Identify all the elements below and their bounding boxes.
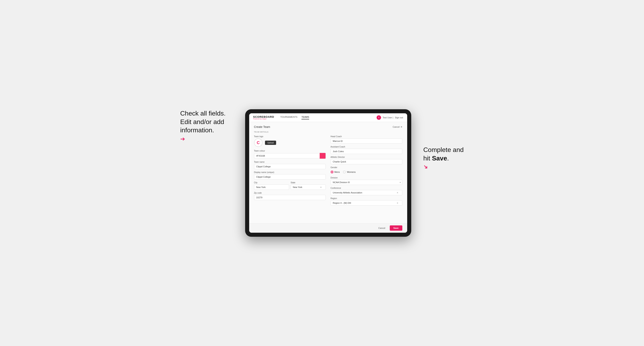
division-group: Division NCAA Division III bbox=[330, 177, 402, 185]
division-select-wrapper: NCAA Division III bbox=[330, 180, 402, 185]
color-swatch[interactable] bbox=[320, 153, 326, 159]
region-clear-button[interactable]: ✕ bbox=[396, 201, 399, 204]
form-left-col: Team logo C Upload Team colour bbox=[254, 135, 326, 205]
head-coach-label: Head Coach bbox=[330, 135, 402, 138]
section-label: TEAM DETAILS bbox=[254, 131, 402, 133]
tablet-screen: SCOREBOARD Powered by clippd TOURNAMENTS… bbox=[249, 113, 407, 233]
state-select-wrapper: New York ✕ bbox=[291, 184, 326, 190]
conference-select[interactable]: University Athletic Association bbox=[330, 190, 402, 195]
display-name-input[interactable] bbox=[254, 174, 326, 179]
city-state-group: City State New York ✕ bbox=[254, 181, 326, 190]
display-name-label: Display name (unique) bbox=[254, 171, 326, 173]
radio-mens-dot bbox=[330, 171, 334, 173]
gender-womens-option[interactable]: Womens bbox=[343, 171, 356, 173]
division-select[interactable]: NCAA Division III bbox=[330, 180, 402, 185]
gender-mens-label: Mens bbox=[334, 171, 340, 173]
instruction-left: Check all fields. Edit and/or add inform… bbox=[180, 109, 233, 135]
sign-out-link[interactable]: Sign out bbox=[395, 116, 403, 119]
state-group: State New York ✕ bbox=[291, 181, 326, 190]
gender-label: Gender bbox=[330, 166, 402, 169]
upload-button[interactable]: Upload bbox=[265, 141, 276, 145]
nav-teams[interactable]: TEAMS bbox=[302, 116, 309, 119]
team-name-input[interactable] bbox=[254, 164, 326, 169]
athletic-director-label: Athletic Director bbox=[330, 156, 402, 158]
head-coach-group: Head Coach bbox=[330, 135, 402, 144]
city-label: City bbox=[254, 181, 289, 184]
team-logo-group: Team logo C Upload bbox=[254, 135, 326, 148]
region-group: Region Region II - (M) DIII ✕ bbox=[330, 197, 402, 205]
conference-group: Conference University Athletic Associati… bbox=[330, 187, 402, 195]
user-text: Test User | bbox=[383, 116, 393, 119]
save-button[interactable]: Save bbox=[390, 225, 402, 231]
team-colour-group: Team colour bbox=[254, 150, 326, 159]
nav-links: TOURNAMENTS TEAMS bbox=[280, 116, 370, 119]
zip-code-group: Zip code bbox=[254, 192, 326, 200]
page-header: Create Team Cancel ✕ bbox=[254, 125, 402, 129]
region-select[interactable]: Region II - (M) DIII bbox=[330, 200, 402, 205]
gender-group: Gender Mens Womens bbox=[330, 166, 402, 174]
team-name-group: Team name bbox=[254, 161, 326, 169]
arrow-right-icon: ➔ bbox=[422, 163, 429, 171]
main-content: Create Team Cancel ✕ TEAM DETAILS Team l… bbox=[249, 122, 407, 223]
assistant-coach-input[interactable] bbox=[330, 149, 402, 154]
display-name-group: Display name (unique) bbox=[254, 171, 326, 179]
form-footer: Cancel Save bbox=[249, 223, 407, 233]
conference-label: Conference bbox=[330, 187, 402, 189]
athletic-director-group: Athletic Director bbox=[330, 156, 402, 164]
region-label: Region bbox=[330, 197, 402, 199]
cancel-button[interactable]: Cancel bbox=[376, 225, 388, 231]
color-input-wrapper bbox=[254, 153, 326, 159]
brand-sub: Powered by clippd bbox=[253, 118, 274, 120]
gender-womens-label: Womens bbox=[347, 171, 356, 173]
radio-womens-dot bbox=[343, 171, 346, 173]
user-avatar: T bbox=[376, 115, 381, 120]
state-label: State bbox=[291, 181, 326, 184]
gender-mens-option[interactable]: Mens bbox=[330, 171, 340, 173]
division-label: Division bbox=[330, 177, 402, 179]
team-logo-label: Team logo bbox=[254, 135, 326, 138]
head-coach-input[interactable] bbox=[330, 138, 402, 144]
conference-select-wrapper: University Athletic Association ✕ bbox=[330, 190, 402, 195]
logo-area: C Upload bbox=[254, 138, 326, 147]
zip-input[interactable] bbox=[254, 195, 326, 200]
team-colour-label: Team colour bbox=[254, 150, 326, 152]
team-colour-input[interactable] bbox=[254, 153, 320, 159]
cancel-top-button[interactable]: Cancel ✕ bbox=[392, 126, 402, 128]
page-title: Create Team bbox=[254, 125, 270, 129]
state-clear-button[interactable]: ✕ bbox=[320, 186, 322, 189]
gender-row: Mens Womens bbox=[330, 169, 402, 174]
city-input[interactable] bbox=[254, 184, 289, 190]
form-grid: Team logo C Upload Team colour bbox=[254, 135, 402, 205]
city-group: City bbox=[254, 181, 289, 190]
assistant-coach-label: Assistant Coach bbox=[330, 146, 402, 148]
instruction-right: Complete and hit Save. bbox=[424, 146, 464, 163]
close-icon: ✕ bbox=[400, 126, 402, 128]
logo-circle: C bbox=[254, 138, 262, 147]
arrow-left-icon: ➔ bbox=[180, 136, 233, 142]
team-name-label: Team name bbox=[254, 161, 326, 163]
zip-label: Zip code bbox=[254, 192, 326, 194]
brand-title: SCOREBOARD bbox=[253, 116, 274, 118]
athletic-director-input[interactable] bbox=[330, 159, 402, 164]
form-right-col: Head Coach Assistant Coach Athletic Dire… bbox=[330, 135, 402, 205]
region-select-wrapper: Region II - (M) DIII ✕ bbox=[330, 200, 402, 205]
conference-clear-button[interactable]: ✕ bbox=[396, 191, 399, 194]
assistant-coach-group: Assistant Coach bbox=[330, 146, 402, 154]
city-state-row: City State New York ✕ bbox=[254, 181, 326, 190]
navbar: SCOREBOARD Powered by clippd TOURNAMENTS… bbox=[249, 113, 407, 122]
nav-right: T Test User | Sign out bbox=[376, 115, 403, 120]
nav-tournaments[interactable]: TOURNAMENTS bbox=[280, 116, 298, 119]
tablet-frame: SCOREBOARD Powered by clippd TOURNAMENTS… bbox=[245, 109, 411, 237]
brand: SCOREBOARD Powered by clippd bbox=[253, 116, 274, 120]
